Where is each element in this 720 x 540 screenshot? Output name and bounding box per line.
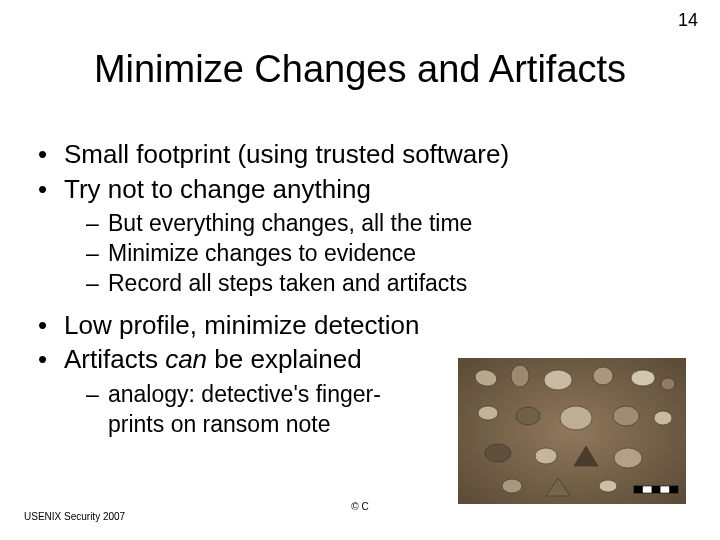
svg-rect-23 — [669, 486, 678, 493]
svg-point-17 — [502, 479, 522, 493]
sub-analogy: analogy: detective's finger-prints on ra… — [64, 380, 424, 440]
bullet-text: Try not to change anything — [64, 174, 371, 204]
svg-point-10 — [560, 406, 592, 430]
svg-point-5 — [593, 367, 613, 385]
footer-left: USENIX Security 2007 — [24, 511, 125, 522]
svg-point-14 — [535, 448, 557, 464]
bullet-low-profile: Low profile, minimize detection — [38, 309, 678, 342]
svg-point-8 — [478, 406, 498, 420]
bullet-try-not-change: Try not to change anything But everythin… — [38, 173, 678, 299]
sub-minimize-evidence: Minimize changes to evidence — [64, 239, 678, 269]
svg-point-16 — [614, 448, 642, 468]
bullet-pre: Artifacts — [64, 344, 165, 374]
sub-everything-changes: But everything changes, all the time — [64, 209, 678, 239]
sub-record-steps: Record all steps taken and artifacts — [64, 269, 678, 299]
svg-point-11 — [613, 406, 639, 426]
svg-rect-22 — [652, 486, 661, 493]
svg-point-7 — [661, 378, 675, 390]
svg-rect-21 — [634, 486, 643, 493]
svg-point-3 — [511, 365, 529, 387]
svg-point-9 — [516, 407, 540, 425]
svg-point-19 — [599, 480, 617, 492]
bullet-em: can — [165, 344, 207, 374]
bullet-small-footprint: Small footprint (using trusted software) — [38, 138, 678, 171]
svg-point-6 — [631, 370, 655, 386]
page-number: 14 — [678, 10, 698, 31]
bullet-post: be explained — [207, 344, 362, 374]
stone-artifacts-photo — [458, 358, 686, 504]
svg-point-4 — [544, 370, 572, 390]
slide-title: Minimize Changes and Artifacts — [0, 48, 720, 91]
svg-point-12 — [654, 411, 672, 425]
svg-point-13 — [485, 444, 511, 462]
